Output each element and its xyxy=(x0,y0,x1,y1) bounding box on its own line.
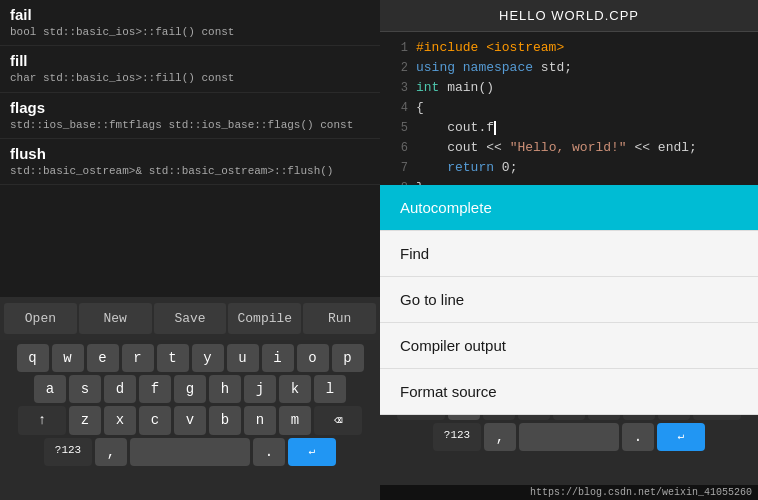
key-d[interactable]: d xyxy=(104,375,136,403)
key-q[interactable]: q xyxy=(17,344,49,372)
ac-item-flags[interactable]: flagsstd::ios_base::fmtflags std::ios_ba… xyxy=(0,93,380,139)
key-space[interactable] xyxy=(130,438,250,466)
code-line-4: 4 { xyxy=(380,98,758,118)
line-num-7: 7 xyxy=(384,158,408,178)
key-m[interactable]: m xyxy=(279,406,311,435)
code-line-5: 5 cout.f xyxy=(380,118,758,138)
line-code-4: { xyxy=(416,98,754,118)
left-panel: failbool std::basic_ios>::fail() constfi… xyxy=(0,0,380,500)
dropdown-item-format-source[interactable]: Format source xyxy=(380,369,758,415)
code-line-6: 6 cout << "Hello, world!" << endl; xyxy=(380,138,758,158)
key-rsym[interactable]: ?123 xyxy=(433,423,481,451)
toolbar-btn-compile[interactable]: Compile xyxy=(228,303,301,334)
key-rspace[interactable] xyxy=(519,423,619,451)
key-t[interactable]: t xyxy=(157,344,189,372)
ac-item-sig: bool std::basic_ios>::fail() const xyxy=(10,25,370,39)
key-k[interactable]: k xyxy=(279,375,311,403)
key-sym[interactable]: ?123 xyxy=(44,438,92,466)
key-rperiod[interactable]: . xyxy=(622,423,654,451)
key-o[interactable]: o xyxy=(297,344,329,372)
dropdown-item-autocomplete[interactable]: Autocomplete xyxy=(380,185,758,231)
ac-item-name: flush xyxy=(10,145,370,162)
key-c[interactable]: c xyxy=(139,406,171,435)
toolbar-left: OpenNewSaveCompileRun xyxy=(0,297,380,340)
key-b[interactable]: b xyxy=(209,406,241,435)
url-bar: https://blog.csdn.net/weixin_41055260 xyxy=(380,485,758,500)
ac-item-sig: std::basic_ostream>& std::basic_ostream>… xyxy=(10,164,370,178)
key-e[interactable]: e xyxy=(87,344,119,372)
key-w[interactable]: w xyxy=(52,344,84,372)
toolbar-btn-open[interactable]: Open xyxy=(4,303,77,334)
key-x[interactable]: x xyxy=(104,406,136,435)
key-j[interactable]: j xyxy=(244,375,276,403)
key-r[interactable]: r xyxy=(122,344,154,372)
ac-item-name: fill xyxy=(10,52,370,69)
key-backspace[interactable]: ⌫ xyxy=(314,406,362,435)
toolbar-btn-run[interactable]: Run xyxy=(303,303,376,334)
key-f[interactable]: f xyxy=(139,375,171,403)
key-enter[interactable]: ↵ xyxy=(288,438,336,466)
line-num-3: 3 xyxy=(384,78,408,98)
ac-item-name: flags xyxy=(10,99,370,116)
key-s[interactable]: s xyxy=(69,375,101,403)
key-rcomma[interactable]: , xyxy=(484,423,516,451)
key-row-r4: ?123 , . ↵ xyxy=(382,423,756,451)
key-i[interactable]: i xyxy=(262,344,294,372)
line-code-6: cout << "Hello, world!" << endl; xyxy=(416,138,754,158)
toolbar-btn-new[interactable]: New xyxy=(79,303,152,334)
right-panel: HELLO WORLD.CPP 1 #include <iostream> 2 … xyxy=(380,0,758,500)
dropdown-item-go-to-line[interactable]: Go to line xyxy=(380,277,758,323)
dropdown-menu: AutocompleteFindGo to lineCompiler outpu… xyxy=(380,185,758,415)
line-code-2: using namespace std; xyxy=(416,58,754,78)
dropdown-item-find[interactable]: Find xyxy=(380,231,758,277)
key-row-1: q w e r t y u i o p xyxy=(2,344,378,372)
key-comma[interactable]: , xyxy=(95,438,127,466)
line-code-3: int main() xyxy=(416,78,754,98)
key-g[interactable]: g xyxy=(174,375,206,403)
key-p[interactable]: p xyxy=(332,344,364,372)
key-shift[interactable]: ↑ xyxy=(18,406,66,435)
code-line-7: 7 return 0; xyxy=(380,158,758,178)
line-num-1: 1 xyxy=(384,38,408,58)
ac-item-sig: std::ios_base::fmtflags std::ios_base::f… xyxy=(10,118,370,132)
code-line-2: 2 using namespace std; xyxy=(380,58,758,78)
dropdown-item-compiler-output[interactable]: Compiler output xyxy=(380,323,758,369)
autocomplete-list: failbool std::basic_ios>::fail() constfi… xyxy=(0,0,380,297)
ac-item-fill[interactable]: fillchar std::basic_ios>::fill() const xyxy=(0,46,380,92)
key-z[interactable]: z xyxy=(69,406,101,435)
ac-item-flush[interactable]: flushstd::basic_ostream>& std::basic_ost… xyxy=(0,139,380,185)
key-row-4: ?123 , . ↵ xyxy=(2,438,378,466)
key-l[interactable]: l xyxy=(314,375,346,403)
ac-item-sig: char std::basic_ios>::fill() const xyxy=(10,71,370,85)
key-a[interactable]: a xyxy=(34,375,66,403)
toolbar-btn-save[interactable]: Save xyxy=(154,303,227,334)
line-num-4: 4 xyxy=(384,98,408,118)
ac-item-fail[interactable]: failbool std::basic_ios>::fail() const xyxy=(0,0,380,46)
key-renter[interactable]: ↵ xyxy=(657,423,705,451)
code-line-3: 3 int main() xyxy=(380,78,758,98)
key-n[interactable]: n xyxy=(244,406,276,435)
key-row-3: ↑ z x c v b n m ⌫ xyxy=(2,406,378,435)
line-code-7: return 0; xyxy=(416,158,754,178)
key-v[interactable]: v xyxy=(174,406,206,435)
key-h[interactable]: h xyxy=(209,375,241,403)
line-code-1: #include <iostream> xyxy=(416,38,754,58)
key-u[interactable]: u xyxy=(227,344,259,372)
line-num-5: 5 xyxy=(384,118,408,138)
code-line-1: 1 #include <iostream> xyxy=(380,38,758,58)
editor-title: HELLO WORLD.CPP xyxy=(380,0,758,32)
key-period[interactable]: . xyxy=(253,438,285,466)
key-y[interactable]: y xyxy=(192,344,224,372)
line-num-2: 2 xyxy=(384,58,408,78)
key-row-2: a s d f g h j k l xyxy=(2,375,378,403)
line-code-5: cout.f xyxy=(416,118,754,138)
ac-item-name: fail xyxy=(10,6,370,23)
keyboard-left: q w e r t y u i o p a s d f g h j k l ↑ … xyxy=(0,340,380,500)
line-num-6: 6 xyxy=(384,138,408,158)
